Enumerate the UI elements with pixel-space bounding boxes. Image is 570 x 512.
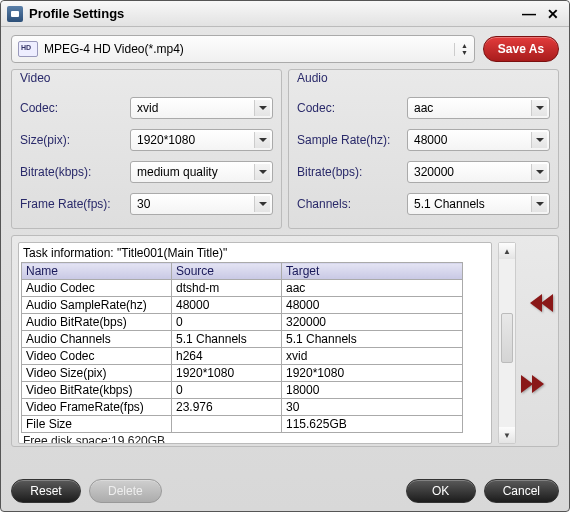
cancel-button[interactable]: Cancel [484, 479, 559, 503]
table-row: Video FrameRate(fps)23.97630 [22, 399, 463, 416]
video-bitrate-label: Bitrate(kbps): [20, 165, 124, 179]
window-title: Profile Settings [29, 6, 124, 21]
table-row: Audio Channels5.1 Channels5.1 Channels [22, 331, 463, 348]
close-button[interactable]: ✕ [543, 5, 563, 23]
cell-name: File Size [22, 416, 172, 433]
table-row: Audio Codecdtshd-maac [22, 280, 463, 297]
col-name: Name [22, 263, 172, 280]
cell-source: 23.976 [172, 399, 282, 416]
video-bitrate-select[interactable]: medium quality [130, 161, 273, 183]
audio-bitrate-select[interactable]: 320000 [407, 161, 550, 183]
forward-icon [532, 375, 553, 393]
cell-source: 5.1 Channels [172, 331, 282, 348]
cell-target: 320000 [282, 314, 463, 331]
cell-name: Audio SampleRate(hz) [22, 297, 172, 314]
col-source: Source [172, 263, 282, 280]
audio-channels-select[interactable]: 5.1 Channels [407, 193, 550, 215]
profile-select[interactable]: MPEG-4 HD Video(*.mp4) ▲▼ [11, 35, 475, 63]
video-codec-select[interactable]: xvid [130, 97, 273, 119]
cell-target: 18000 [282, 382, 463, 399]
cell-target: 115.625GB [282, 416, 463, 433]
next-button[interactable] [521, 375, 553, 393]
task-table-wrap: Task information: "Title001(Main Title)"… [18, 242, 492, 444]
audio-group-title: Audio [295, 69, 330, 87]
audio-group: Audio Codec: aac Sample Rate(hz): 48000 … [288, 69, 559, 229]
audio-codec-select[interactable]: aac [407, 97, 550, 119]
ok-button[interactable]: OK [406, 479, 476, 503]
scroll-down-icon[interactable]: ▼ [499, 427, 515, 443]
chevron-down-icon [254, 196, 270, 212]
table-row: Audio BitRate(bps)0320000 [22, 314, 463, 331]
table-row: Video Size(pix)1920*10801920*1080 [22, 365, 463, 382]
chevron-down-icon [531, 196, 547, 212]
video-size-select[interactable]: 1920*1080 [130, 129, 273, 151]
audio-sample-select[interactable]: 48000 [407, 129, 550, 151]
cell-name: Video Codec [22, 348, 172, 365]
profile-settings-window: Profile Settings — ✕ MPEG-4 HD Video(*.m… [0, 0, 570, 512]
video-group-title: Video [18, 69, 52, 87]
cell-source [172, 416, 282, 433]
cell-target: 48000 [282, 297, 463, 314]
hd-format-icon [18, 41, 38, 57]
cell-target: 1920*1080 [282, 365, 463, 382]
chevron-down-icon [254, 164, 270, 180]
cell-target: xvid [282, 348, 463, 365]
cell-name: Video BitRate(kbps) [22, 382, 172, 399]
table-row: Audio SampleRate(hz)4800048000 [22, 297, 463, 314]
scroll-up-icon[interactable]: ▲ [499, 243, 515, 259]
col-target: Target [282, 263, 463, 280]
reset-button[interactable]: Reset [11, 479, 81, 503]
task-caption: Task information: "Title001(Main Title)" [21, 245, 489, 262]
table-row: File Size115.625GB [22, 416, 463, 433]
scroll-thumb[interactable] [501, 313, 513, 363]
chevron-down-icon [254, 100, 270, 116]
profile-label: MPEG-4 HD Video(*.mp4) [44, 42, 448, 56]
cell-name: Audio Codec [22, 280, 172, 297]
video-codec-label: Codec: [20, 101, 124, 115]
free-disk-label: Free disk space:19.620GB [21, 433, 489, 444]
table-row: Video Codech264xvid [22, 348, 463, 365]
chevron-down-icon [531, 164, 547, 180]
vertical-scrollbar[interactable]: ▲ ▼ [498, 242, 516, 444]
cell-name: Audio Channels [22, 331, 172, 348]
cell-name: Video FrameRate(fps) [22, 399, 172, 416]
rewind-icon [532, 294, 553, 312]
chevron-down-icon [531, 100, 547, 116]
chevron-down-icon [531, 132, 547, 148]
cell-source: h264 [172, 348, 282, 365]
save-as-button[interactable]: Save As [483, 36, 559, 62]
video-group: Video Codec: xvid Size(pix): 1920*1080 B… [11, 69, 282, 229]
cell-target: 5.1 Channels [282, 331, 463, 348]
cell-source: 48000 [172, 297, 282, 314]
app-icon [7, 6, 23, 22]
audio-sample-label: Sample Rate(hz): [297, 133, 401, 147]
titlebar: Profile Settings — ✕ [1, 1, 569, 27]
cell-source: 0 [172, 382, 282, 399]
prev-button[interactable] [521, 294, 553, 312]
video-fps-label: Frame Rate(fps): [20, 197, 124, 211]
cell-target: 30 [282, 399, 463, 416]
cell-name: Video Size(pix) [22, 365, 172, 382]
delete-button: Delete [89, 479, 162, 503]
task-info-pane: Task information: "Title001(Main Title)"… [11, 235, 559, 447]
table-row: Video BitRate(kbps)018000 [22, 382, 463, 399]
bottom-bar: Reset Delete OK Cancel [1, 475, 569, 511]
audio-codec-label: Codec: [297, 101, 401, 115]
chevron-down-icon [254, 132, 270, 148]
cell-source: 1920*1080 [172, 365, 282, 382]
cell-source: 0 [172, 314, 282, 331]
audio-bitrate-label: Bitrate(bps): [297, 165, 401, 179]
cell-target: aac [282, 280, 463, 297]
cell-source: dtshd-m [172, 280, 282, 297]
spinner-icon: ▲▼ [454, 43, 470, 56]
cell-name: Audio BitRate(bps) [22, 314, 172, 331]
minimize-button[interactable]: — [519, 5, 539, 23]
video-size-label: Size(pix): [20, 133, 124, 147]
audio-channels-label: Channels: [297, 197, 401, 211]
video-fps-select[interactable]: 30 [130, 193, 273, 215]
task-table: Name Source Target Audio Codecdtshd-maac… [21, 262, 463, 433]
